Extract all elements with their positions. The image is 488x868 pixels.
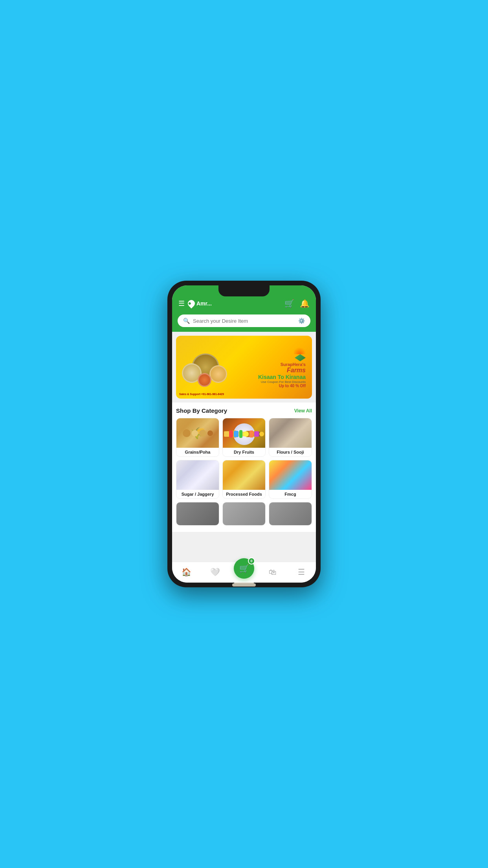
wishlist-icon: 🤍 [210, 567, 220, 577]
nav-wishlist[interactable]: 🤍 [201, 567, 229, 577]
nav-cart[interactable]: 🛒 0 [229, 565, 258, 579]
main-content: SurapHera's Farms Kisaan To Kiranaa Use … [172, 332, 316, 562]
cart-badge: 0 [248, 557, 255, 565]
cart-center-button[interactable]: 🛒 0 [234, 558, 254, 579]
notch [218, 285, 270, 296]
category-section: Shop By Category View All 🌾 [172, 403, 316, 532]
home-icon: 🏠 [182, 567, 191, 577]
nav-orders[interactable]: 🛍 [259, 568, 287, 577]
orders-icon: 🛍 [269, 568, 277, 577]
fmcg-image [269, 460, 312, 490]
nav-home[interactable]: 🏠 [172, 567, 201, 577]
category-item-fmcg[interactable]: Fmcg [269, 460, 312, 499]
cart-center-icon: 🛒 [239, 564, 249, 573]
nav-menu[interactable]: ☰ [287, 567, 316, 577]
phone-frame: ☰ Amr... 🛒 🔔 🔍 ⚙️ [167, 281, 321, 587]
hamburger-icon: ☰ [298, 567, 305, 577]
phone-screen: ☰ Amr... 🛒 🔔 🔍 ⚙️ [172, 285, 316, 583]
bottom-navigation: 🏠 🤍 🛒 0 🛍 ☰ [172, 562, 316, 583]
category-grid: 🌾 Grains/Poha [176, 418, 312, 499]
